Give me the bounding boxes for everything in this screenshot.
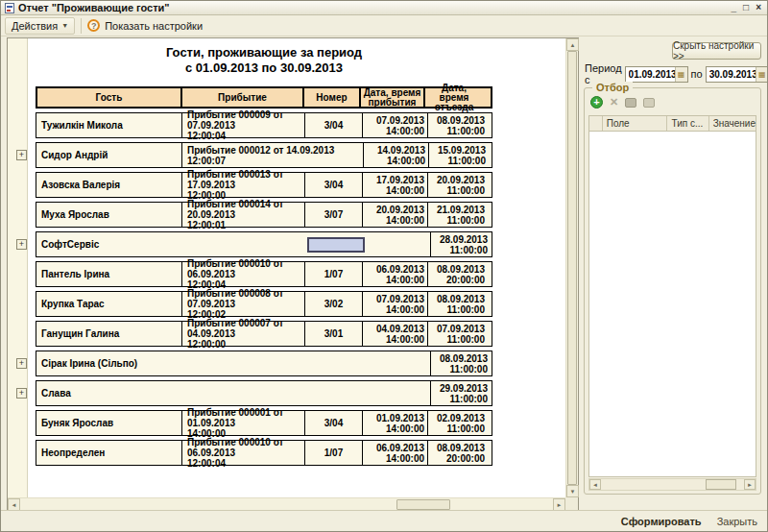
- hide-settings-button[interactable]: Скрыть настройки >>: [672, 42, 761, 60]
- checkout-cell[interactable]: 08.09.201311:00:00: [428, 292, 488, 316]
- move-up-icon[interactable]: [625, 98, 636, 108]
- cell-line: 14:00:00: [386, 185, 424, 196]
- checkout-cell[interactable]: 29.09.201311:00:00: [431, 381, 491, 405]
- arrival-cell[interactable]: Прибытие 000008 от 07.09.201312:00:02: [182, 292, 305, 316]
- checkout-cell[interactable]: 08.09.201320:00:00: [428, 441, 488, 465]
- arrival-cell[interactable]: Прибытие 000010 от 06.09.201312:00:04: [182, 441, 305, 465]
- checkout-cell[interactable]: 20.09.201311:00:00: [428, 173, 488, 197]
- checkout-cell[interactable]: 21.09.201311:00:00: [428, 203, 488, 227]
- guest-name-cell[interactable]: Крупка Тарас: [36, 292, 182, 316]
- filter-col-value[interactable]: Значение: [709, 116, 756, 131]
- guest-name-cell[interactable]: Азовска Валерія: [36, 173, 182, 197]
- checkout-cell[interactable]: 07.09.201311:00:00: [428, 322, 488, 346]
- filter-table-body[interactable]: [588, 132, 756, 477]
- vertical-scrollbar[interactable]: ▲ ▼: [565, 38, 578, 497]
- period-from-input[interactable]: [626, 67, 675, 82]
- guest-name-cell[interactable]: Буняк Ярослав: [36, 411, 182, 435]
- scroll-left-icon[interactable]: ◄: [589, 479, 601, 490]
- checkin-cell[interactable]: 20.09.201314:00:00: [363, 203, 428, 227]
- close-button[interactable]: Закрыть: [717, 516, 757, 527]
- checkout-cell[interactable]: 02.09.201311:00:00: [428, 411, 488, 435]
- cell-line: 11:00:00: [450, 245, 488, 255]
- delete-filter-icon[interactable]: ✕: [610, 97, 618, 108]
- checkin-cell[interactable]: 14.09.201314:00:00: [364, 143, 429, 167]
- checkin-cell[interactable]: 17.09.201314:00:00: [363, 173, 428, 197]
- scrollbar-corner: [565, 497, 578, 510]
- scroll-down-icon[interactable]: ▼: [566, 485, 579, 497]
- guests-table: ГостьПрибытиеНомерДата, время прибытияДа…: [36, 86, 492, 466]
- calendar-icon[interactable]: ▦: [756, 67, 768, 82]
- checkin-cell[interactable]: 07.09.201314:00:00: [363, 292, 428, 316]
- filter-horizontal-scrollbar[interactable]: ◄ ►: [588, 478, 756, 491]
- checkin-cell[interactable]: 07.09.201314:00:00: [363, 113, 428, 137]
- guest-name-cell[interactable]: Пантель Ірина: [36, 262, 182, 286]
- guest-name-cell[interactable]: Муха Ярослав: [36, 203, 182, 227]
- arrival-cell[interactable]: Прибытие 000001 от 01.09.201314:00:00: [182, 411, 305, 435]
- minimize-button[interactable]: _: [732, 3, 737, 12]
- horizontal-scrollbar[interactable]: ◄ ►: [8, 497, 565, 510]
- maximize-button[interactable]: □: [743, 3, 749, 12]
- room-cell[interactable]: 3/02: [305, 292, 363, 316]
- arrival-cell[interactable]: Прибытие 000010 от 06.09.201312:00:04: [182, 262, 305, 286]
- actions-button[interactable]: Действия ▼: [5, 17, 75, 35]
- period-from-field[interactable]: ▦: [625, 66, 688, 83]
- show-settings-button[interactable]: Показать настройки: [105, 20, 203, 32]
- room-cell[interactable]: 1/07: [305, 441, 363, 465]
- expand-button[interactable]: +: [16, 239, 27, 250]
- checkout-cell[interactable]: 08.09.201320:00:00: [428, 262, 488, 286]
- expand-button[interactable]: +: [16, 358, 27, 369]
- period-to-field[interactable]: ▦: [706, 66, 768, 83]
- toolbar: Действия ▼ ? Показать настройки: [1, 15, 767, 36]
- horizontal-scrollbar-thumb[interactable]: [396, 499, 450, 510]
- checkin-cell[interactable]: 06.09.201314:00:00: [363, 262, 428, 286]
- arrival-cell[interactable]: Прибытие 000013 от 17.09.201312:00:00: [182, 173, 305, 197]
- expand-button[interactable]: +: [16, 150, 27, 160]
- room-cell[interactable]: 3/04: [305, 411, 363, 435]
- guest-name-cell[interactable]: Сидор Андрій: [36, 143, 182, 167]
- filter-scrollbar-thumb[interactable]: [706, 479, 736, 490]
- move-down-icon[interactable]: [643, 98, 655, 108]
- guest-name-cell[interactable]: Неопределен: [36, 441, 182, 465]
- guest-name-cell[interactable]: Ганущин Галина: [36, 322, 182, 346]
- period-to-input[interactable]: [707, 67, 756, 82]
- cell-line: 12:00:04: [187, 131, 304, 141]
- checkin-cell[interactable]: 04.09.201314:00:00: [363, 322, 428, 346]
- scroll-up-icon[interactable]: ▲: [566, 38, 579, 51]
- room-cell[interactable]: 3/04: [305, 173, 363, 197]
- vertical-scrollbar-thumb[interactable]: [567, 51, 577, 485]
- checkout-cell[interactable]: 28.09.201311:00:00: [431, 232, 491, 256]
- room-cell[interactable]: 1/07: [305, 262, 363, 286]
- help-icon[interactable]: ?: [87, 19, 100, 32]
- guest-name-cell[interactable]: Тужилкін Микола: [36, 113, 182, 137]
- scroll-right-icon[interactable]: ►: [744, 479, 756, 490]
- table-row: +Сидор АндрійПрибытие 000012 от 14.09.20…: [36, 142, 492, 168]
- arrival-cell[interactable]: Прибытие 000014 от 20.09.201312:00:01: [182, 203, 305, 227]
- guest-name-cell[interactable]: СофтСервіс: [36, 232, 431, 256]
- room-cell[interactable]: 3/07: [305, 203, 363, 227]
- checkin-cell[interactable]: 06.09.201314:00:00: [363, 441, 428, 465]
- selected-cell-cursor[interactable]: [307, 237, 365, 253]
- checkout-cell[interactable]: 08.09.201311:00:00: [431, 351, 491, 375]
- generate-button[interactable]: Сформировать: [621, 516, 702, 527]
- guest-name-cell[interactable]: Сірак Ірина (Сільпо): [36, 351, 431, 375]
- cell-line: 28.09.2013: [440, 234, 488, 245]
- actions-button-label: Действия: [12, 20, 58, 32]
- room-cell[interactable]: 3/04: [305, 113, 363, 137]
- room-cell[interactable]: 3/01: [305, 322, 363, 346]
- cell-line: 11:00:00: [450, 364, 488, 375]
- arrival-cell[interactable]: Прибытие 000007 от 04.09.201312:00:00: [182, 322, 305, 346]
- toolbar-separator: [81, 18, 82, 34]
- calendar-icon[interactable]: ▦: [675, 67, 687, 82]
- arrival-cell[interactable]: Прибытие 000009 от 07.09.201312:00:04: [182, 113, 305, 137]
- close-icon[interactable]: ×: [756, 3, 761, 12]
- filter-col-field[interactable]: Поле: [603, 116, 668, 131]
- filter-col-type[interactable]: Тип с...: [667, 116, 708, 131]
- cell-line: 20.09.2013: [376, 205, 424, 215]
- arrival-cell[interactable]: Прибытие 000012 от 14.09.2013 12:00:07: [182, 143, 364, 167]
- checkout-cell[interactable]: 15.09.201311:00:00: [429, 143, 489, 167]
- add-filter-icon[interactable]: +: [590, 96, 603, 109]
- expand-button[interactable]: +: [16, 388, 27, 399]
- checkin-cell[interactable]: 01.09.201314:00:00: [363, 411, 428, 435]
- guest-name-cell[interactable]: Слава: [36, 381, 431, 405]
- checkout-cell[interactable]: 08.09.201311:00:00: [428, 113, 488, 137]
